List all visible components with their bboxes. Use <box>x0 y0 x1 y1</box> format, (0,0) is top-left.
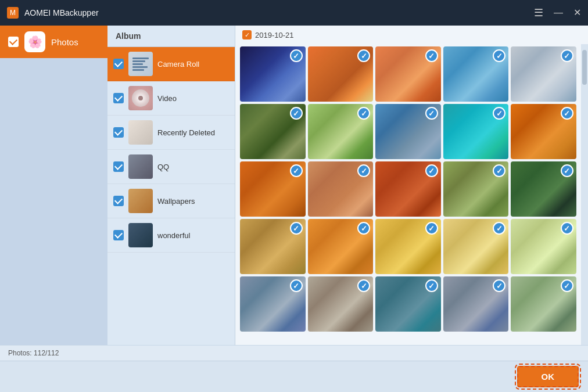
album-item-qq[interactable]: QQ <box>107 150 235 184</box>
scrollbar-thumb[interactable] <box>582 50 587 85</box>
video-label: Video <box>157 94 229 103</box>
photo-date-label: 2019-10-21 <box>255 31 294 39</box>
photo-cell[interactable]: ✓ <box>375 276 441 332</box>
photo-cell[interactable]: ✓ <box>511 104 576 159</box>
photo-row-5: ✓ ✓ ✓ ✓ ✓ <box>240 276 576 332</box>
recently-deleted-label: Recently Deleted <box>157 128 229 137</box>
sidebar-checkbox[interactable] <box>8 37 19 47</box>
photo-cell[interactable]: ✓ <box>375 46 441 102</box>
camera-roll-label: Camera Roll <box>157 60 229 69</box>
photo-row-2: ✓ ✓ ✓ ✓ ✓ <box>240 104 576 159</box>
check-badge: ✓ <box>425 49 438 62</box>
qq-checkbox[interactable] <box>113 161 124 172</box>
check-badge: ✓ <box>290 107 303 120</box>
album-item-recently-deleted[interactable]: Recently Deleted <box>107 116 235 150</box>
recently-deleted-checkbox[interactable] <box>113 127 124 138</box>
bottom-bar: OK <box>0 361 588 392</box>
photo-cell[interactable]: ✓ <box>511 161 576 217</box>
status-bar: Photos: 112/112 <box>0 345 588 361</box>
photo-scrollbar[interactable] <box>581 44 588 345</box>
check-badge: ✓ <box>357 164 370 177</box>
app-title: AOMEI MBackupper <box>24 8 99 17</box>
photo-cell[interactable]: ✓ <box>443 219 509 274</box>
check-badge: ✓ <box>357 222 370 235</box>
check-badge: ✓ <box>290 49 303 62</box>
list-icon[interactable]: ☰ <box>534 8 543 18</box>
photo-cell[interactable]: ✓ <box>443 276 509 332</box>
camera-roll-checkbox[interactable] <box>113 59 124 69</box>
wallpapers-thumb <box>128 189 153 213</box>
photo-cell[interactable]: ✓ <box>511 219 576 274</box>
photo-row-3: ✓ ✓ ✓ ✓ ✓ <box>240 161 576 217</box>
photo-cell[interactable]: ✓ <box>308 46 374 102</box>
check-badge: ✓ <box>425 164 438 177</box>
title-bar: M AOMEI MBackupper ☰ — ✕ <box>0 0 588 26</box>
photo-cell[interactable]: ✓ <box>308 161 374 217</box>
photo-row-1: ✓ ✓ ✓ ✓ ✓ <box>240 46 576 102</box>
check-badge: ✓ <box>425 222 438 235</box>
album-item-camera-roll[interactable]: Camera Roll <box>107 47 235 81</box>
album-item-wonderful[interactable]: wonderful <box>107 218 235 253</box>
sidebar-header[interactable]: 🌸 Photos <box>0 26 107 58</box>
qq-label: QQ <box>157 163 229 171</box>
content-row: 🌸 Photos Album <box>0 26 588 345</box>
photo-cell[interactable]: ✓ <box>308 276 374 332</box>
check-badge: ✓ <box>561 222 573 235</box>
title-bar-controls: ☰ — ✕ <box>534 8 581 18</box>
video-thumb <box>128 86 153 110</box>
wonderful-thumb <box>128 223 153 247</box>
photo-cell[interactable]: ✓ <box>375 161 441 217</box>
check-badge: ✓ <box>357 49 370 62</box>
photo-cell[interactable]: ✓ <box>375 104 441 159</box>
photo-cell[interactable]: ✓ <box>308 219 374 274</box>
recently-deleted-thumb <box>128 120 153 145</box>
photo-cell[interactable]: ✓ <box>308 104 374 159</box>
check-badge: ✓ <box>425 279 438 292</box>
check-badge: ✓ <box>290 279 303 292</box>
video-disc-inner <box>138 96 143 100</box>
check-badge: ✓ <box>561 164 573 177</box>
close-button[interactable]: ✕ <box>573 8 581 17</box>
photo-cell[interactable]: ✓ <box>240 276 306 332</box>
sidebar-label: Photos <box>51 37 78 47</box>
camera-roll-thumb <box>128 52 153 76</box>
photo-grid: ✓ ✓ ✓ ✓ ✓ <box>235 44 581 345</box>
title-bar-left: M AOMEI MBackupper <box>7 7 99 19</box>
photo-area: 2019-10-21 ✓ ✓ ✓ <box>235 26 588 345</box>
check-badge: ✓ <box>493 279 505 292</box>
sidebar-photos-icon: 🌸 <box>24 31 45 52</box>
status-text: Photos: 112/112 <box>8 349 59 357</box>
check-badge: ✓ <box>425 107 438 120</box>
check-badge: ✓ <box>290 222 303 235</box>
ok-button[interactable]: OK <box>517 366 579 387</box>
app-icon: M <box>7 7 19 19</box>
album-list: Camera Roll Video Recently D <box>107 47 235 345</box>
wallpapers-label: Wallpapers <box>157 197 229 206</box>
minimize-button[interactable]: — <box>554 8 563 17</box>
photo-cell[interactable]: ✓ <box>240 219 306 274</box>
photo-cell[interactable]: ✓ <box>511 46 576 102</box>
photo-cell[interactable]: ✓ <box>240 46 306 102</box>
check-badge: ✓ <box>357 107 370 120</box>
video-checkbox[interactable] <box>113 93 124 103</box>
date-checkbox[interactable] <box>242 30 252 39</box>
album-panel: Album Camera Roll <box>107 26 235 345</box>
check-badge: ✓ <box>493 107 505 120</box>
album-item-wallpapers[interactable]: Wallpapers <box>107 184 235 218</box>
album-item-video[interactable]: Video <box>107 81 235 116</box>
photo-cell[interactable]: ✓ <box>443 46 509 102</box>
check-badge: ✓ <box>493 222 505 235</box>
check-badge: ✓ <box>561 279 573 292</box>
wonderful-checkbox[interactable] <box>113 230 124 240</box>
main-area: 🌸 Photos Album <box>0 26 588 392</box>
qq-thumb <box>128 154 153 179</box>
photo-cell[interactable]: ✓ <box>443 161 509 217</box>
camera-roll-thumb-lines <box>130 55 151 73</box>
wallpapers-checkbox[interactable] <box>113 196 124 206</box>
photo-cell[interactable]: ✓ <box>511 276 576 332</box>
photo-cell[interactable]: ✓ <box>240 161 306 217</box>
photo-cell[interactable]: ✓ <box>443 104 509 159</box>
wonderful-label: wonderful <box>157 231 229 240</box>
photo-cell[interactable]: ✓ <box>240 104 306 159</box>
photo-cell[interactable]: ✓ <box>375 219 441 274</box>
